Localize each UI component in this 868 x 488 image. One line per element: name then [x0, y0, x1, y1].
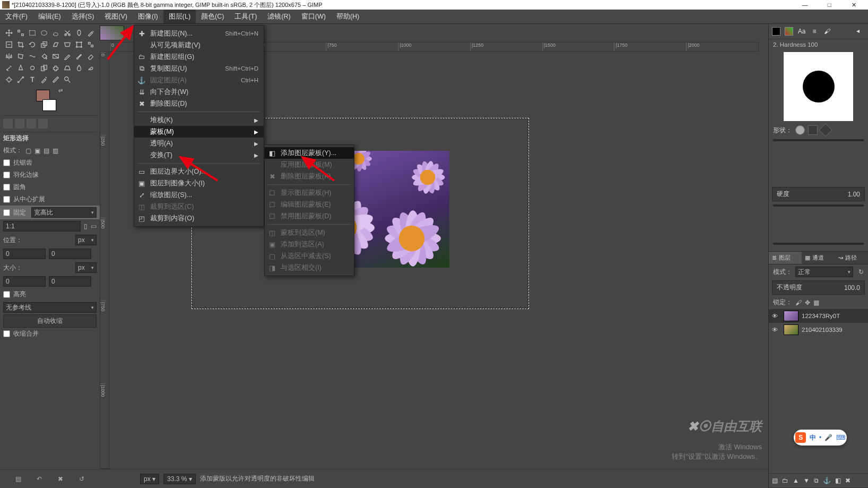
tool-clone[interactable] — [38, 62, 50, 74]
brush-preview[interactable] — [784, 52, 853, 121]
restore-icon[interactable]: ↶ — [34, 474, 44, 484]
layer-group-icon[interactable]: 🗀 — [782, 477, 788, 484]
size-h[interactable]: 0 — [49, 276, 91, 287]
mi-add-mask[interactable]: ◧添加图层蒙板(Y)... — [265, 147, 354, 159]
tool-handle[interactable] — [85, 39, 97, 50]
opt-shrinkmerge[interactable]: 收缩合并 — [3, 328, 97, 340]
mi-transform[interactable]: 变换(T)▶ — [134, 149, 264, 161]
save-icon[interactable]: ▤ — [13, 474, 23, 484]
mi-boundary[interactable]: ▭图层边界大小(O)... — [134, 166, 264, 177]
tool-eraser[interactable] — [85, 50, 97, 62]
tool-ellipse-select[interactable] — [38, 27, 50, 39]
tool-smudge[interactable] — [85, 62, 97, 74]
tool-free-select[interactable] — [50, 27, 62, 39]
delete-icon[interactable]: ✖ — [56, 474, 65, 484]
mode-sub-icon[interactable]: ▤ — [44, 147, 49, 155]
size-w[interactable]: 0 — [3, 276, 46, 287]
tool-airbrush[interactable] — [3, 62, 15, 74]
mi-to-image[interactable]: ▣图层到图像大小(I) — [134, 177, 264, 189]
tool-text[interactable] — [27, 74, 38, 85]
rp-history-icon[interactable]: ≡ — [810, 27, 819, 36]
menu-window[interactable]: 窗口(W) — [296, 10, 331, 23]
tool-fuzzy[interactable] — [85, 27, 97, 39]
menu-view[interactable]: 视图(V) — [99, 10, 133, 23]
tool-bucket[interactable] — [38, 50, 50, 62]
tool-path[interactable] — [15, 74, 27, 85]
landscape-icon[interactable]: ▭ — [91, 222, 97, 230]
rp-brushes-icon[interactable] — [772, 27, 780, 36]
mi-new-group[interactable]: 🗀新建图层组(G) — [134, 51, 264, 63]
tool-zoom[interactable] — [62, 74, 73, 85]
tool-measure[interactable] — [50, 74, 62, 85]
lock-alpha-icon[interactable]: ▦ — [813, 299, 819, 306]
layer-del-icon[interactable]: ✖ — [845, 477, 850, 484]
layer-merge-icon[interactable]: ⚓ — [823, 477, 831, 484]
close-button[interactable]: ✕ — [841, 0, 866, 10]
tool-warp[interactable] — [27, 50, 38, 62]
menu-image[interactable]: 图像(I) — [133, 10, 163, 23]
ime-indicator[interactable]: S 中 • 🎤 ⌨ — [794, 430, 847, 446]
mode-reset-icon[interactable]: ↻ — [858, 268, 864, 276]
tool-rect-select[interactable] — [27, 27, 38, 39]
portrait-icon[interactable]: ▯ — [84, 222, 88, 230]
eye-icon[interactable]: 👁 — [772, 313, 780, 319]
mi-crop-content[interactable]: ◰裁剪到内容(O) — [134, 212, 264, 224]
tool-scissors[interactable] — [62, 27, 73, 39]
rp-patterns-icon[interactable] — [785, 27, 793, 36]
menu-color[interactable]: 颜色(C) — [196, 10, 229, 23]
pos-x[interactable]: 0 — [3, 249, 46, 259]
hardness-row[interactable]: 硬度1.00 — [772, 187, 865, 201]
rp-fonts-icon[interactable]: Aa — [797, 27, 806, 36]
mi-duplicate[interactable]: ⧉复制图层(U)Shift+Ctrl+D — [134, 63, 264, 74]
mi-new-from-visible[interactable]: 从可见项新建(V) — [134, 39, 264, 51]
status-zoom[interactable]: 33.3 % ▾ — [163, 474, 196, 484]
tool-rotate[interactable] — [27, 39, 38, 50]
opt-rounded[interactable]: 圆角 — [3, 181, 97, 193]
mi-transparency[interactable]: 透明(A)▶ — [134, 138, 264, 149]
image-tab[interactable]: ✕ — [100, 24, 136, 42]
tool-crop[interactable] — [15, 39, 27, 50]
opt-autoshrink[interactable]: 自动收缩 — [3, 314, 97, 328]
tool-flip[interactable] — [3, 50, 15, 62]
mi-scale[interactable]: ⤢缩放图层(S)... — [134, 189, 264, 201]
menu-filter[interactable]: 滤镜(R) — [262, 10, 296, 23]
mi-mask[interactable]: 蒙板(M)▶ — [134, 126, 264, 138]
rp-menu-icon[interactable]: ◂ — [856, 27, 865, 36]
mi-stack[interactable]: 堆栈(K)▶ — [134, 114, 264, 126]
menu-help[interactable]: 帮助(H) — [331, 10, 364, 23]
tab-device[interactable] — [15, 119, 24, 129]
mode-int-icon[interactable]: ▥ — [53, 147, 58, 155]
tool-pencil[interactable] — [62, 50, 73, 62]
shape-diamond[interactable] — [819, 123, 832, 136]
tool-foreground[interactable] — [73, 27, 85, 39]
opt-fixed[interactable]: 固定宽高比▾ — [0, 206, 100, 219]
color-swatches[interactable]: ⇄ — [36, 90, 59, 111]
opt-ratio[interactable]: 1:1▯▭ — [3, 219, 97, 233]
layer-mask-icon[interactable]: ◧ — [835, 477, 841, 484]
mode-select[interactable]: 正常▾ — [795, 267, 853, 277]
tool-paintbrush[interactable] — [73, 50, 85, 62]
opt-antialias[interactable]: 抗锯齿 — [3, 157, 97, 169]
menu-layer[interactable]: 图层(L) — [163, 10, 196, 23]
tool-ink[interactable] — [15, 62, 27, 74]
tool-bycolor[interactable] — [3, 39, 15, 50]
menu-select[interactable]: 选择(S) — [66, 10, 100, 23]
mode-replace-icon[interactable]: ▢ — [25, 147, 31, 155]
tab-paths[interactable]: ↝路径 — [835, 252, 868, 264]
mi-delete[interactable]: ✖删除图层(D) — [134, 98, 264, 109]
opt-feather[interactable]: 羽化边缘 — [3, 169, 97, 181]
reset-icon[interactable]: ↺ — [77, 474, 86, 484]
tool-perspective-clone[interactable] — [62, 62, 73, 74]
tool-mypaint[interactable] — [27, 62, 38, 74]
tool-dodge[interactable] — [3, 74, 15, 85]
status-unit[interactable]: px ▾ — [140, 474, 159, 484]
opt-expand[interactable]: 从中心扩展 — [3, 193, 97, 206]
menu-file[interactable]: 文件(F) — [0, 10, 33, 23]
tool-heal[interactable] — [50, 62, 62, 74]
lock-pixels-icon[interactable]: 🖌 — [795, 299, 802, 306]
shape-square[interactable] — [808, 125, 818, 135]
layer-new-icon[interactable]: ▤ — [772, 477, 778, 484]
tab-images[interactable] — [27, 119, 36, 129]
layer-row-1[interactable]: 👁1223473Ry0T — [769, 309, 868, 323]
tab-undo[interactable] — [38, 119, 48, 129]
